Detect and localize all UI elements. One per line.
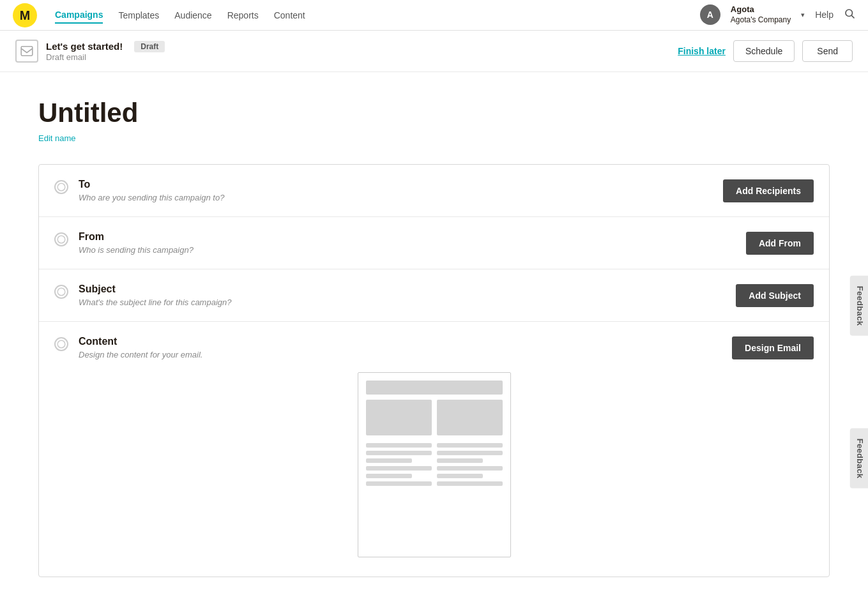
user-company: Agota's Company xyxy=(731,15,791,26)
user-info: Agota Agota's Company xyxy=(731,4,791,25)
section-to: To Who are you sending this campaign to?… xyxy=(39,165,829,217)
section-subject-action: Add Subject xyxy=(736,284,814,307)
subheader-title: Let's get started! xyxy=(46,41,123,52)
avatar[interactable]: A xyxy=(700,4,720,25)
nav-content[interactable]: Content xyxy=(274,8,305,23)
svg-point-5 xyxy=(57,183,65,191)
section-from-check xyxy=(54,232,68,246)
section-from-desc: Who is sending this campaign? xyxy=(79,245,746,255)
preview-line xyxy=(366,466,432,471)
section-subject-label: Subject xyxy=(79,283,736,295)
preview-header xyxy=(366,381,503,395)
svg-rect-4 xyxy=(21,47,33,56)
section-from: From Who is sending this campaign? Add F… xyxy=(39,217,829,269)
section-from-action: Add From xyxy=(746,232,814,255)
preview-line xyxy=(437,443,503,448)
section-subject-desc: What's the subject line for this campaig… xyxy=(79,298,736,307)
finish-later-button[interactable]: Finish later xyxy=(678,46,726,56)
section-subject: Subject What's the subject line for this… xyxy=(39,269,829,322)
preview-lines-col-left xyxy=(366,443,432,486)
preview-lines-section xyxy=(366,443,503,486)
section-content: Content Design the content for your emai… xyxy=(39,322,829,577)
nav-reports[interactable]: Reports xyxy=(227,8,259,23)
preview-lines-two-col xyxy=(366,443,503,486)
add-from-button[interactable]: Add From xyxy=(746,232,814,255)
user-name: Agota xyxy=(731,4,791,15)
preview-line-short xyxy=(437,474,483,478)
nav-right: A Agota Agota's Company ▾ Help xyxy=(700,4,855,25)
svg-point-8 xyxy=(57,340,65,348)
nav-campaigns[interactable]: Campaigns xyxy=(55,7,103,24)
section-content-body: Content Design the content for your emai… xyxy=(79,336,732,359)
preview-line xyxy=(437,451,503,455)
add-recipients-button[interactable]: Add Recipients xyxy=(723,179,814,202)
preview-line xyxy=(366,443,432,448)
chevron-down-icon[interactable]: ▾ xyxy=(801,11,805,19)
subheader-subtitle: Draft email xyxy=(46,52,165,62)
section-content-label: Content xyxy=(79,336,732,347)
section-to-label: To xyxy=(79,179,723,190)
send-button[interactable]: Send xyxy=(802,40,853,62)
svg-point-2 xyxy=(846,10,853,17)
nav-templates[interactable]: Templates xyxy=(118,8,159,23)
subheader-actions: Finish later Schedule Send xyxy=(678,40,853,62)
subheader-top-row: Let's get started! Draft xyxy=(46,41,165,52)
main-content: Untitled Edit name To Who are you sendin… xyxy=(0,72,868,603)
preview-line xyxy=(437,481,503,486)
svg-point-7 xyxy=(57,288,65,296)
section-to-desc: Who are you sending this campaign to? xyxy=(79,193,723,202)
section-to-action: Add Recipients xyxy=(723,179,814,202)
preview-line xyxy=(366,451,432,455)
preview-line xyxy=(437,466,503,471)
section-to-check xyxy=(54,180,68,194)
schedule-button[interactable]: Schedule xyxy=(733,40,795,62)
section-to-body: To Who are you sending this campaign to? xyxy=(79,179,723,202)
subheader-info: Let's get started! Draft Draft email xyxy=(46,41,165,62)
preview-line xyxy=(366,481,432,486)
main-nav: M Campaigns Templates Audience Reports C… xyxy=(0,0,868,31)
nav-links: Campaigns Templates Audience Reports Con… xyxy=(55,7,682,24)
section-subject-check xyxy=(54,285,68,299)
preview-two-col xyxy=(366,400,503,435)
svg-text:M: M xyxy=(20,8,30,22)
preview-line-short xyxy=(366,474,412,478)
edit-name-link[interactable]: Edit name xyxy=(38,133,76,143)
email-preview-thumbnail xyxy=(358,372,511,557)
preview-line-short xyxy=(366,458,412,463)
add-subject-button[interactable]: Add Subject xyxy=(736,284,814,307)
feedback-tab-top[interactable]: Feedback xyxy=(849,275,868,335)
campaign-sections: To Who are you sending this campaign to?… xyxy=(38,164,830,577)
design-email-button[interactable]: Design Email xyxy=(732,336,814,359)
svg-line-3 xyxy=(851,15,854,18)
section-content-desc: Design the content for your email. xyxy=(79,350,732,359)
campaign-title: Untitled xyxy=(38,98,830,128)
section-content-check xyxy=(54,337,68,351)
svg-point-6 xyxy=(57,236,65,243)
preview-lines-col-right xyxy=(437,443,503,486)
section-content-action: Design Email xyxy=(732,336,814,359)
section-from-body: From Who is sending this campaign? xyxy=(79,231,746,255)
section-subject-body: Subject What's the subject line for this… xyxy=(79,283,736,307)
email-icon xyxy=(15,40,38,63)
help-link[interactable]: Help xyxy=(815,10,834,20)
subheader: Let's get started! Draft Draft email Fin… xyxy=(0,31,868,72)
section-from-label: From xyxy=(79,231,746,243)
preview-col-right xyxy=(437,400,503,435)
feedback-tab-bottom[interactable]: Feedback xyxy=(849,428,868,488)
logo[interactable]: M xyxy=(13,3,37,27)
search-icon[interactable] xyxy=(844,8,855,22)
preview-line-short xyxy=(437,458,483,463)
draft-badge: Draft xyxy=(134,41,165,52)
preview-col-left xyxy=(366,400,432,435)
nav-audience[interactable]: Audience xyxy=(174,8,211,23)
